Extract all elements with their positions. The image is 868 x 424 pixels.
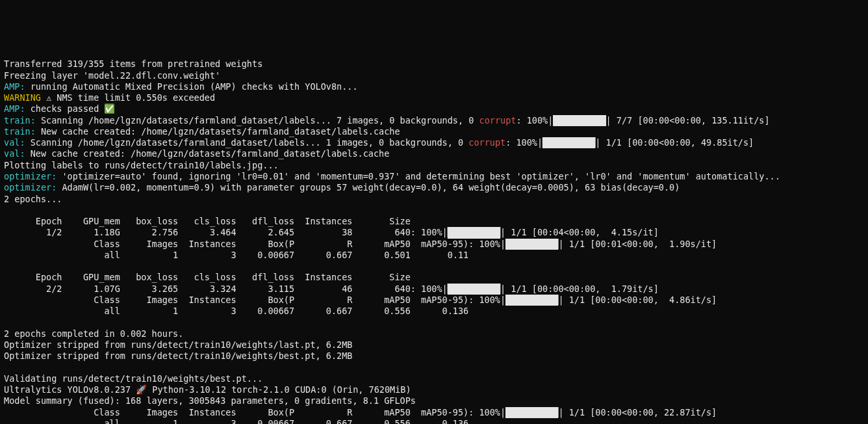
progress-bar: ██████████ [505,239,558,250]
table-row: all 1 3 0.00667 0.667 0.556 0.136 [4,306,468,316]
log-line: 2 epochs... [4,194,62,204]
table-header: Epoch GPU_mem box_loss cls_loss dfl_loss… [4,272,411,282]
log-text: running Automatic Mixed Precision (AMP) … [25,81,358,92]
log-text: New cache created: /home/lgzn/datasets/f… [36,126,400,137]
log-line: Optimizer stripped from runs/detect/trai… [4,351,352,361]
log-text: Scanning /home/lgzn/datasets/farmland_da… [25,137,469,148]
optimizer-tag: optimizer: [4,182,57,192]
log-text: | 1/1 [00:00<00:00, 1.79it/s] [500,284,659,294]
val-tag: val: [4,148,25,159]
log-line: 2 epochs completed in 0.002 hours. [4,328,183,339]
amp-tag: AMP: [4,81,25,92]
log-text: New cache created: /home/lgzn/datasets/f… [25,148,390,159]
train-tag: train: [4,115,36,126]
log-text: | 1/1 [00:01<00:00, 1.90s/it] [558,239,717,249]
table-row: Class Images Instances Box(P R mAP50 mAP… [4,295,505,305]
table-row: 1/2 1.18G 2.756 3.464 2.645 38 640: 100%… [4,227,448,237]
log-text: ⚠ NMS time limit 0.550s exceeded [41,92,215,103]
log-text: | 1/1 [00:00<00:00, 49.85it/s] [595,137,754,148]
train-tag: train: [4,126,36,137]
table-header: Epoch GPU_mem box_loss cls_loss dfl_loss… [4,216,411,226]
log-line: Freezing layer 'model.22.dfl.conv.weight… [4,70,220,81]
table-row: Class Images Instances Box(P R mAP50 mAP… [4,239,505,249]
progress-bar: ██████████ [542,137,595,148]
log-line: Optimizer stripped from runs/detect/trai… [4,339,352,350]
progress-bar: ██████████ [448,227,500,238]
val-tag: val: [4,137,25,148]
log-line: Transferred 319/355 items from pretraine… [4,59,262,69]
warning-tag: WARNING [4,92,41,103]
progress-bar: ██████████ [505,295,558,306]
log-text: Scanning /home/lgzn/datasets/farmland_da… [36,115,479,126]
table-row: Class Images Instances Box(P R mAP50 mAP… [4,407,505,417]
terminal-output: Transferred 319/355 items from pretraine… [4,47,864,424]
optimizer-tag: optimizer: [4,171,57,181]
progress-bar: ██████████ [505,407,558,418]
corrupt-word: corrupt [479,115,517,126]
log-text: : 100%| [505,137,542,148]
log-text: : 100%| [516,115,553,126]
log-text: | 7/7 [00:00<00:00, 135.11it/s] [606,115,770,126]
log-line: Validating runs/detect/train10/weights/b… [4,373,262,384]
log-line: Plotting labels to runs/detect/train10/l… [4,160,284,170]
log-text: checks passed ✅ [25,103,116,114]
log-text: | 1/1 [00:00<00:00, 4.86it/s] [558,295,717,305]
log-text: | 1/1 [00:00<00:00, 22.87it/s] [558,407,717,417]
table-row: 2/2 1.07G 3.265 3.324 3.115 46 640: 100%… [4,284,448,294]
amp-tag: AMP: [4,103,25,114]
log-text: AdamW(lr=0.002, momentum=0.9) with param… [57,182,680,192]
log-text: 'optimizer=auto' found, ignoring 'lr0=0.… [57,171,785,181]
progress-bar: ██████████ [448,284,500,295]
log-text: | 1/1 [00:04<00:00, 4.15s/it] [500,227,659,237]
table-row: all 1 3 0.00667 0.667 0.556 0.136 [4,418,468,424]
progress-bar: ██████████ [553,115,606,126]
log-line: Model summary (fused): 168 layers, 30058… [4,395,416,406]
log-line: Ultralytics YOLOv8.0.237 🚀 Python-3.10.1… [4,384,411,395]
table-row: all 1 3 0.00667 0.667 0.501 0.11 [4,250,468,260]
corrupt-word: corrupt [468,137,505,148]
